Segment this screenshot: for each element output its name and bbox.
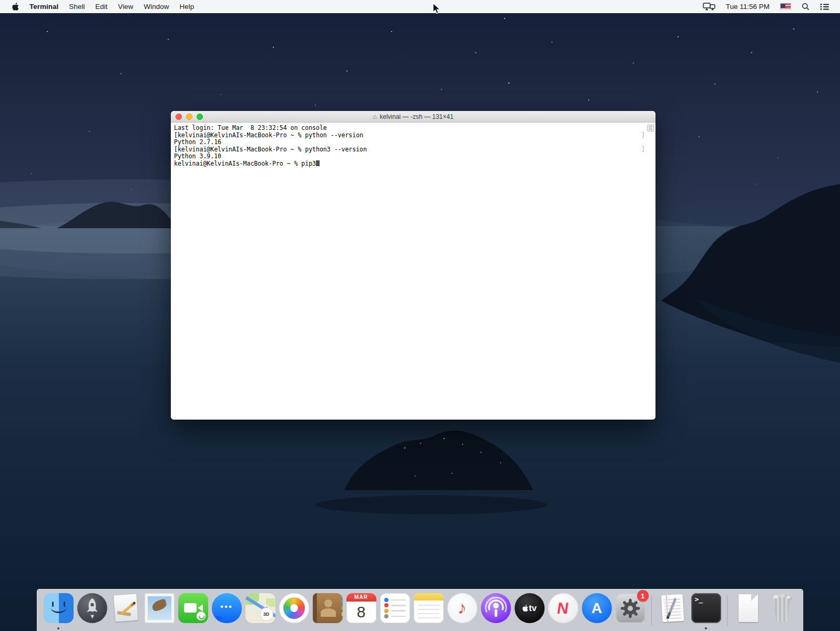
terminal-line: Last login: Tue Mar 8 23:32:54 on consol… [174, 125, 652, 132]
dock-item-app-store[interactable]: A [582, 593, 612, 623]
terminal-cursor [316, 160, 320, 166]
terminal-line: Python 2.7.16 [174, 139, 652, 146]
menu-item-edit[interactable]: Edit [90, 1, 112, 12]
spotlight-menu[interactable] [796, 1, 815, 12]
facetime-icon [178, 593, 208, 623]
dock-item-photos[interactable] [279, 593, 309, 623]
dock-item-music[interactable]: ♪ [447, 593, 477, 623]
window-title-text: kelvinai — -zsh — 131×41 [380, 113, 453, 120]
notification-center-menu[interactable] [815, 2, 835, 12]
maps-icon: 3D [245, 593, 275, 623]
dock-divider [727, 595, 728, 626]
dock-item-reminders[interactable] [380, 593, 410, 623]
dock-item-system-preferences[interactable]: 1 [616, 593, 646, 623]
input-source-menu[interactable] [775, 2, 796, 12]
desktop: Terminal Shell Edit View Window Help Tue… [0, 0, 840, 631]
menu-item-terminal[interactable]: Terminal [24, 1, 64, 12]
running-indicator [57, 627, 59, 629]
apple-logo-icon [12, 3, 19, 11]
menu-bar-clock[interactable]: Tue 11:56 PM [721, 1, 775, 12]
apple-menu[interactable] [6, 3, 24, 11]
messages-icon: ••• [212, 593, 242, 623]
podcasts-icon [481, 593, 511, 623]
dock-item-preview[interactable] [111, 593, 141, 623]
us-flag-icon [780, 3, 791, 10]
dock-item-podcasts[interactable] [481, 593, 511, 623]
terminal-line: [kelvinai@KelvinAIs-MacBook-Pro ~ % pyth… [174, 132, 652, 139]
shell-mark-close: ] [641, 132, 645, 139]
reminders-icon [380, 593, 410, 623]
dock-item-launchpad[interactable] [77, 593, 107, 623]
dock-item-mail[interactable] [145, 593, 175, 623]
mail-icon [145, 593, 175, 623]
document-icon [733, 593, 763, 623]
terminal-line: [kelvinai@KelvinAIs-MacBook-Pro ~ % pyth… [174, 146, 652, 154]
scrollbar-widget-icon[interactable] [647, 125, 654, 131]
dock: ••• 3D MAR 8 [37, 589, 803, 631]
dock-item-messages[interactable]: ••• [212, 593, 242, 623]
dock-item-terminal[interactable]: >_ [691, 593, 721, 623]
menu-item-view[interactable]: View [113, 1, 139, 12]
dock-item-tv[interactable]: tv [515, 593, 545, 623]
zoom-button[interactable] [197, 114, 203, 120]
terminal-line: Python 3.9.10 [174, 153, 652, 160]
notification-badge: 1 [637, 590, 649, 602]
menu-item-window[interactable]: Window [139, 1, 175, 12]
menu-item-shell[interactable]: Shell [64, 1, 90, 12]
terminal-app-icon: >_ [691, 593, 721, 623]
minimize-button[interactable] [186, 114, 192, 120]
search-icon [802, 3, 810, 11]
music-icon: ♪ [447, 593, 477, 623]
home-proxy-icon: ⌂ [373, 113, 377, 120]
terminal-prompt-line: kelvinai@KelvinAIs-MacBook-Pro ~ % pip3 [174, 160, 652, 168]
terminal-titlebar[interactable]: ⌂ kelvinai — -zsh — 131×41 [171, 111, 655, 123]
tv-icon: tv [515, 593, 545, 623]
app-store-icon: A [582, 593, 612, 623]
shell-mark-close: ] [641, 146, 645, 154]
photos-icon [279, 593, 309, 623]
close-button[interactable] [176, 114, 182, 120]
dock-item-facetime[interactable] [178, 593, 208, 623]
mouse-pointer [432, 3, 442, 15]
news-icon: N [548, 593, 578, 623]
dock-item-finder[interactable] [44, 593, 74, 623]
dock-item-document[interactable] [733, 593, 763, 623]
preview-icon [111, 593, 141, 623]
terminal-window: ⌂ kelvinai — -zsh — 131×41 Last login: T… [171, 111, 655, 420]
dock-item-trash[interactable] [767, 593, 797, 623]
displays-menu-extra[interactable] [698, 1, 721, 12]
dock-item-news[interactable]: N [548, 593, 578, 623]
terminal-output-area[interactable]: Last login: Tue Mar 8 23:32:54 on consol… [171, 123, 655, 420]
dock-item-textedit[interactable] [658, 593, 688, 623]
dock-divider [651, 595, 652, 626]
displays-icon [703, 3, 715, 11]
notification-list-icon [820, 3, 829, 11]
menu-bar: Terminal Shell Edit View Window Help Tue… [0, 0, 840, 13]
trash-full-icon [767, 593, 797, 623]
dock-item-notes[interactable] [414, 593, 444, 623]
running-indicator [705, 627, 707, 629]
menu-item-help[interactable]: Help [175, 1, 200, 12]
launchpad-icon [77, 593, 107, 623]
window-title: ⌂ kelvinai — -zsh — 131×41 [373, 113, 453, 120]
textedit-icon [658, 593, 688, 623]
dock-item-calendar[interactable]: MAR 8 [346, 593, 376, 623]
finder-icon [44, 593, 74, 623]
dock-item-contacts[interactable] [313, 593, 343, 623]
notes-icon [414, 593, 444, 623]
contacts-icon [313, 593, 343, 623]
dock-item-maps[interactable]: 3D [245, 593, 275, 623]
calendar-icon: MAR 8 [346, 593, 376, 623]
